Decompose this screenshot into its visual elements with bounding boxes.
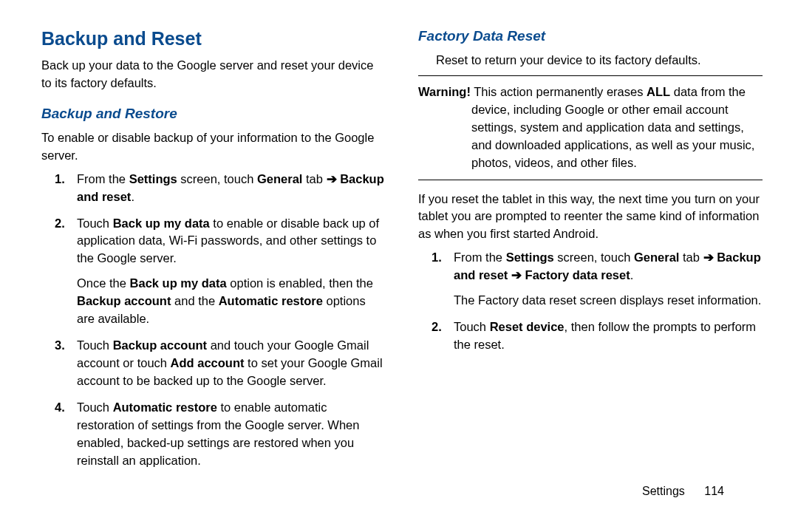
- step-1-continued: The Factory data reset screen displays r…: [454, 292, 763, 310]
- step-4: Touch Automatic restore to enable automa…: [41, 399, 386, 470]
- intro-factory-reset: Reset to return your device to its facto…: [418, 52, 763, 69]
- warning-box: Warning! This action permanently erases …: [418, 75, 763, 180]
- footer-page-number: 114: [704, 485, 724, 497]
- intro-text-2: To enable or disable backup of your info…: [41, 129, 386, 165]
- step-2: Touch Reset device, then follow the prom…: [418, 318, 763, 354]
- steps-backup-restore: From the Settings screen, touch General …: [41, 171, 386, 470]
- arrow-icon: ➔: [511, 268, 522, 282]
- warning-body: device, including Google or other email …: [418, 101, 763, 172]
- left-column: Backup and Reset Back up your data to th…: [41, 28, 386, 479]
- warning-label: Warning!: [418, 85, 471, 98]
- step-1: From the Settings screen, touch General …: [418, 249, 763, 310]
- heading-backup-and-reset: Backup and Reset: [41, 28, 386, 50]
- arrow-icon: ➔: [703, 250, 714, 264]
- right-column: Factory Data Reset Reset to return your …: [418, 28, 763, 479]
- para-after-warning: If you reset the tablet in this way, the…: [418, 191, 763, 244]
- arrow-icon: ➔: [327, 172, 337, 185]
- footer-section: Settings: [642, 485, 685, 497]
- step-2-continued: Once the Back up my data option is enabl…: [77, 275, 386, 328]
- heading-backup-and-restore: Backup and Restore: [41, 106, 386, 122]
- step-1: From the Settings screen, touch General …: [41, 171, 386, 206]
- steps-factory-reset: From the Settings screen, touch General …: [418, 249, 763, 354]
- step-3: Touch Backup account and touch your Goog…: [41, 337, 386, 390]
- intro-text: Back up your data to the Google server a…: [41, 57, 386, 92]
- heading-factory-data-reset: Factory Data Reset: [418, 28, 763, 44]
- page-footer: Settings 114: [642, 485, 724, 498]
- step-2: Touch Back up my data to enable or disab…: [41, 215, 386, 329]
